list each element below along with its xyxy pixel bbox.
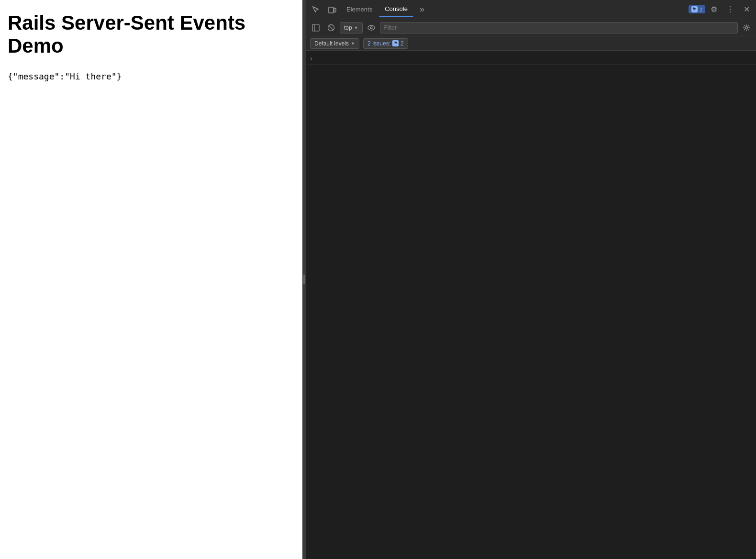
console-toolbar: top ▼	[306, 19, 756, 36]
issues-badge-header[interactable]: ⚑ 2	[689, 5, 705, 13]
default-levels-label: Default levels	[314, 40, 349, 47]
svg-point-8	[745, 26, 748, 29]
devtools-close-icon[interactable]: ✕	[739, 2, 754, 17]
issues-badge-toolbar[interactable]: 2 Issues: ⚑ 2	[363, 38, 408, 49]
tab-elements[interactable]: Elements	[341, 2, 378, 17]
tab-console[interactable]: Console	[379, 2, 413, 17]
default-levels-arrow: ▼	[351, 41, 355, 46]
context-selector-label: top	[344, 24, 352, 31]
svg-line-5	[329, 25, 334, 30]
devtools-tab-bar: Elements Console » ⚑ 2 ⚙ ⋮ ✕	[306, 0, 756, 19]
message-output: {"message":"Hi there"}	[8, 71, 295, 81]
device-toolbar-icon[interactable]	[324, 2, 340, 17]
svg-point-7	[370, 27, 372, 29]
devtools-more-options-icon[interactable]: ⋮	[723, 2, 738, 17]
svg-rect-0	[329, 7, 334, 13]
console-clear-icon[interactable]	[324, 21, 338, 34]
inspect-icon[interactable]	[308, 2, 323, 17]
console-settings-icon[interactable]	[740, 21, 753, 34]
devtools-settings-icon[interactable]: ⚙	[706, 2, 722, 17]
devtools-resize-handle[interactable]	[302, 0, 306, 559]
devtools-pane: Elements Console » ⚑ 2 ⚙ ⋮ ✕	[306, 0, 756, 559]
context-selector-arrow: ▼	[354, 25, 358, 30]
console-output: ›	[306, 51, 756, 559]
expand-chevron-icon[interactable]: ›	[310, 54, 312, 63]
default-levels-selector[interactable]: Default levels ▼	[310, 38, 359, 49]
issues-label: 2 Issues:	[367, 40, 390, 47]
webpage-pane: Rails Server-Sent Events Demo {"message"…	[0, 0, 302, 559]
levels-toolbar: Default levels ▼ 2 Issues: ⚑ 2	[306, 36, 756, 51]
console-sidebar-icon[interactable]	[309, 21, 322, 34]
context-selector[interactable]: top ▼	[340, 22, 363, 34]
svg-rect-2	[312, 24, 319, 31]
console-row[interactable]: ›	[306, 53, 756, 65]
svg-rect-1	[334, 8, 336, 12]
issues-count-header: 2	[700, 7, 702, 12]
console-filter-input[interactable]	[380, 22, 738, 34]
page-title: Rails Server-Sent Events Demo	[8, 11, 295, 58]
more-tabs-icon[interactable]: »	[414, 2, 430, 17]
issues-count-toolbar: 2	[400, 40, 404, 47]
issues-icon-header: ⚑	[691, 6, 698, 12]
issues-icon-toolbar: ⚑	[392, 40, 399, 46]
svg-point-6	[368, 25, 375, 30]
live-expressions-icon[interactable]	[365, 21, 378, 34]
